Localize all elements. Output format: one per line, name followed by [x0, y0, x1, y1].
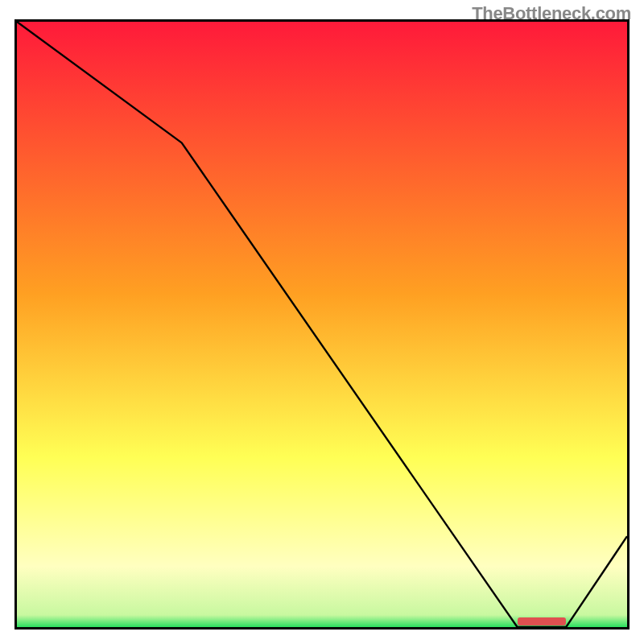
chart-svg: [17, 22, 627, 627]
bottom-marker: [518, 617, 567, 625]
chart-container: TheBottleneck.com: [0, 0, 644, 644]
gradient-background: [17, 22, 627, 627]
plot-area: [14, 19, 630, 630]
